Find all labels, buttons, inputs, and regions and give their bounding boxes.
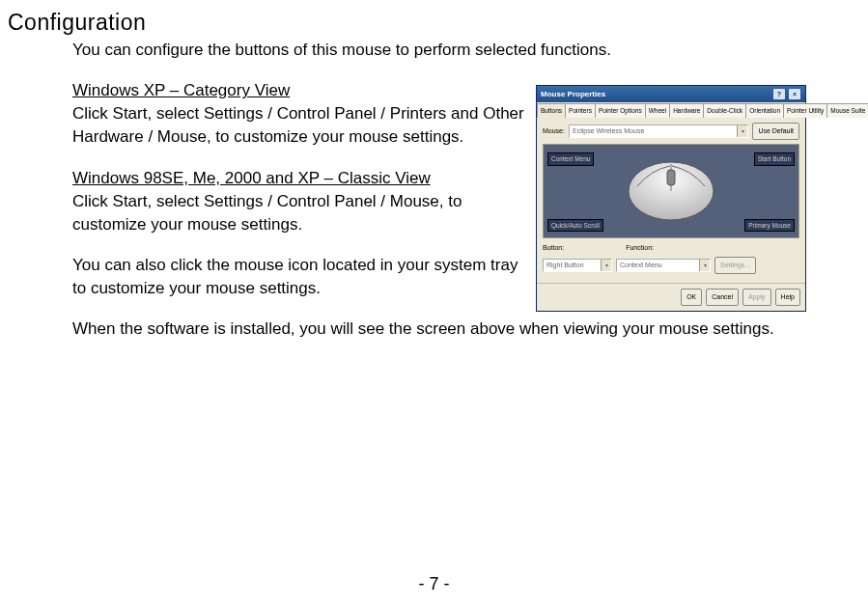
close-icon[interactable]: × [788, 88, 801, 100]
mouse-illustration-panel: Context Menu Start Button Quick/Auto Scr… [543, 144, 799, 238]
tag-primary-mouse: Primary Mouse [744, 219, 795, 232]
dialog-footer: OK Cancel Apply Help [537, 283, 805, 311]
mouse-dropdown-value: Eclipse Wireless Mouse [573, 126, 644, 136]
settings-button[interactable]: Settings... [714, 257, 756, 274]
tab-mouse-suite[interactable]: Mouse Suite [826, 103, 868, 118]
chevron-down-icon: ▾ [737, 125, 747, 137]
tab-double-click[interactable]: Double-Click [703, 103, 746, 118]
button-dropdown-value: Right Button [546, 261, 584, 270]
cancel-button[interactable]: Cancel [706, 289, 739, 306]
svg-rect-2 [667, 170, 675, 185]
tab-pointer-options[interactable]: Pointer Options [595, 103, 646, 118]
function-dropdown-value: Context Menu [620, 261, 662, 270]
xp-body: Click Start, select Settings / Control P… [72, 102, 536, 149]
function-dropdown[interactable]: Context Menu ▾ [616, 259, 711, 272]
button-dropdown[interactable]: Right Button ▾ [543, 259, 612, 272]
mouse-dropdown[interactable]: Eclipse Wireless Mouse ▾ [569, 124, 748, 138]
mouse-label: Mouse: [543, 126, 565, 136]
dialog-titlebar: Mouse Properties ? × [537, 86, 805, 102]
tag-start-button: Start Button [754, 152, 795, 165]
tab-pane: Mouse: Eclipse Wireless Mouse ▾ Use Defa… [537, 118, 805, 283]
page-number: - 7 - [0, 574, 868, 594]
classic-heading: Windows 98SE, Me, 2000 and XP – Classic … [72, 169, 431, 187]
intro-paragraph: You can configure the buttons of this mo… [72, 39, 816, 62]
tab-pointer-utility[interactable]: Pointer Utility [783, 103, 827, 118]
mouse-properties-dialog: Mouse Properties ? × Buttons Pointers Po… [536, 85, 806, 312]
tag-quick-auto-scroll: Quick/Auto Scroll [547, 219, 603, 232]
tab-wheel[interactable]: Wheel [645, 103, 670, 118]
section-heading: Configuration [8, 10, 146, 36]
tab-pointers[interactable]: Pointers [565, 103, 596, 118]
chevron-down-icon: ▾ [601, 260, 611, 271]
help-icon[interactable]: ? [772, 88, 786, 100]
button-label: Button: [543, 243, 564, 253]
tab-hardware[interactable]: Hardware [669, 103, 704, 118]
chevron-down-icon: ▾ [699, 260, 710, 271]
tray-paragraph: You can also click the mouse icon locate… [72, 254, 536, 300]
help-button[interactable]: Help [775, 289, 800, 306]
tab-buttons[interactable]: Buttons [537, 103, 566, 118]
tab-orientation[interactable]: Orientation [745, 103, 784, 118]
mouse-properties-figure: Mouse Properties ? × Buttons Pointers Po… [536, 85, 806, 302]
ok-button[interactable]: OK [681, 289, 702, 306]
xp-heading: Windows XP – Category View [72, 81, 290, 99]
classic-body: Click Start, select Settings / Control P… [72, 190, 536, 236]
closing-paragraph: When the software is installed, you will… [72, 317, 816, 341]
dialog-title: Mouse Properties [541, 89, 605, 99]
tab-strip: Buttons Pointers Pointer Options Wheel H… [537, 102, 805, 118]
function-label: Function: [626, 243, 654, 253]
use-default-button[interactable]: Use Default [752, 123, 799, 140]
tag-context-menu: Context Menu [547, 152, 594, 165]
apply-button[interactable]: Apply [742, 289, 771, 306]
mouse-icon [618, 152, 724, 230]
